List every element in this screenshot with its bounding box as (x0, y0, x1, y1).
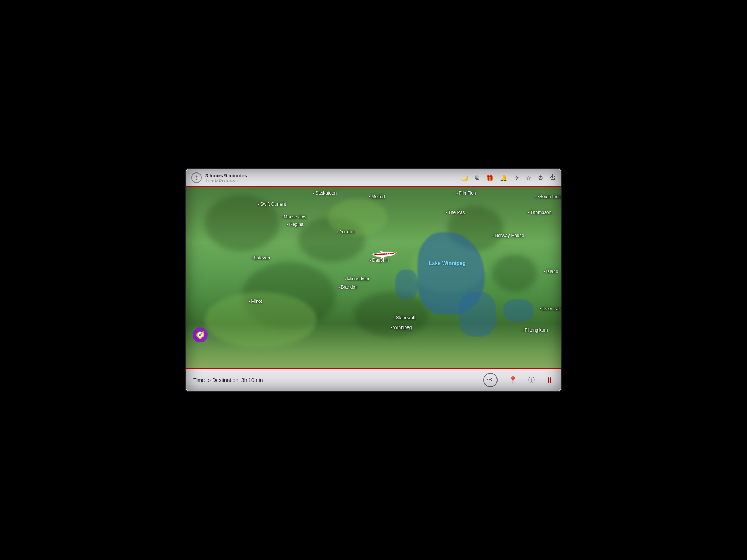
top-bar: ⏱ 3 hours 9 minutes Time to Destination … (186, 169, 561, 186)
bell-icon[interactable]: 🔔 (500, 174, 508, 181)
city-flin-flon: Flin Flon (456, 190, 476, 196)
city-regina: Regina (287, 222, 304, 227)
flight-map-screen: ⏱ 3 hours 9 minutes Time to Destination … (185, 168, 562, 392)
screen-cast-icon[interactable]: ⧉ (475, 174, 479, 181)
top-bar-left: ⏱ 3 hours 9 minutes Time to Destination (191, 172, 247, 183)
city-minnedosa: Minnedosa (345, 276, 369, 281)
time-info: 3 hours 9 minutes Time to Destination (205, 173, 247, 183)
city-minot: Minot (249, 299, 262, 304)
city-island: Island (544, 269, 558, 274)
city-yorkton: Yorkton (337, 229, 355, 234)
small-lake-2 (459, 292, 496, 337)
small-lake-1 (395, 270, 418, 299)
location-button[interactable]: 📍 (509, 376, 517, 384)
svg-rect-2 (382, 253, 384, 254)
svg-rect-4 (387, 253, 388, 254)
night-mode-icon[interactable]: 🌙 (461, 174, 468, 181)
eye-button[interactable]: 👁 (483, 373, 498, 387)
settings-icon[interactable]: ⚙ (538, 174, 543, 181)
top-bar-icons: 🌙 ⧉ 🎁 🔔 ✈ ☆ ⚙ ⏻ (461, 174, 556, 181)
city-brandon: Brandon (338, 284, 358, 290)
top-red-line (186, 186, 561, 187)
flight-mode-icon[interactable]: ✈ (514, 174, 519, 181)
time-to-destination: 3 hours 9 minutes (205, 173, 247, 178)
city-the-pas: The Pas (446, 210, 465, 215)
city-estevan: Estevan (251, 255, 270, 261)
city-swift-current: Swift Current (258, 202, 286, 207)
city-pikangikum: Pikangikum (522, 327, 548, 333)
compass-button[interactable]: 🧭 (193, 327, 208, 342)
city-norway-house: Norway House (492, 233, 524, 238)
city-melfort: Melfort (369, 194, 385, 199)
city-thompson: Thompson (528, 210, 551, 215)
power-icon[interactable]: ⏻ (550, 174, 556, 181)
clock-icon: ⏱ (191, 172, 202, 183)
city-deer-lake: Deer Lake (540, 306, 561, 311)
gift-icon[interactable]: 🎁 (486, 174, 493, 181)
airplane-icon (368, 246, 400, 265)
svg-rect-3 (385, 253, 386, 254)
time-to-destination-label: Time to Destination (205, 178, 247, 183)
city-moose-jaw: Moose Jaw (281, 214, 306, 220)
pause-button[interactable]: ⏸ (546, 376, 554, 385)
info-button[interactable]: ⓘ (528, 376, 535, 385)
bottom-icons: 👁 📍 ⓘ ⏸ (483, 373, 554, 387)
star-icon[interactable]: ☆ (526, 174, 531, 181)
bottom-time-to-destination: Time to Destination: 3h 10min (193, 377, 263, 383)
small-lake-3 (503, 299, 533, 322)
svg-rect-5 (389, 253, 390, 254)
city-south-indian: •South Indian (535, 194, 561, 199)
city-stonewall: Stonewall (393, 315, 415, 320)
compass-icon: 🧭 (196, 331, 204, 339)
bottom-bar: Time to Destination: 3h 10min 👁 📍 ⓘ ⏸ (186, 369, 561, 391)
lake-winnipeg-label: Lake Winnipeg (429, 260, 466, 266)
eye-icon: 👁 (487, 377, 493, 383)
flight-map[interactable]: Lake Winnipeg (186, 187, 561, 369)
city-winnipeg: Winnipeg (391, 325, 412, 330)
city-saskatoon: Saskatoon (313, 190, 337, 196)
